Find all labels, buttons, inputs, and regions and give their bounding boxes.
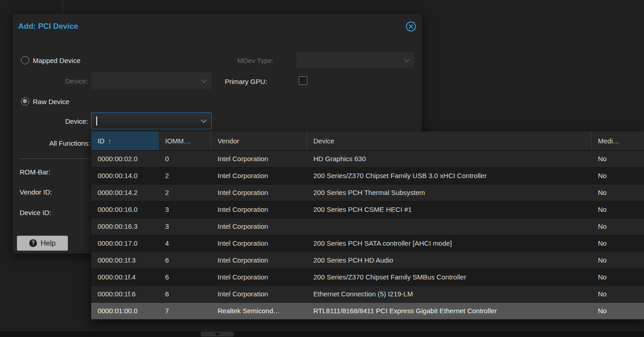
raw-device-combo-input[interactable] bbox=[91, 112, 212, 129]
cell-mdev: No bbox=[592, 168, 644, 184]
cell-device bbox=[307, 218, 592, 235]
device-id-label: Device ID: bbox=[20, 209, 51, 216]
cell-device: Ethernet Connection (5) I219-LM bbox=[307, 286, 592, 302]
raw-device-field-label: Device: bbox=[49, 117, 88, 125]
background-panel-divider bbox=[62, 0, 63, 13]
fieldset-divider bbox=[20, 158, 92, 159]
mapped-device-field-label: Device: bbox=[49, 77, 88, 85]
cell-vendor: Intel Corporation bbox=[211, 252, 307, 269]
cell-vendor: Intel Corporation bbox=[211, 235, 307, 252]
table-row[interactable]: 0000:01:00.07Realtek Semicond…RTL8111/81… bbox=[91, 303, 644, 320]
radio-unchecked-icon[interactable] bbox=[21, 56, 29, 64]
cell-vendor: Intel Corporation bbox=[211, 286, 307, 302]
cell-device: RTL8111/8168/8411 PCI Express Gigabit Et… bbox=[307, 303, 592, 319]
primary-gpu-label: Primary GPU: bbox=[225, 78, 267, 85]
cell-mdev: No bbox=[592, 218, 644, 235]
table-row[interactable]: 0000:00:17.04Intel Corporation200 Series… bbox=[91, 235, 644, 252]
table-row[interactable]: 0000:00:1f.46Intel Corporation200 Series… bbox=[91, 269, 644, 286]
table-row[interactable]: 0000:00:02.00Intel CorporationHD Graphic… bbox=[91, 151, 644, 168]
cell-iommu: 2 bbox=[159, 184, 211, 201]
help-button[interactable]: ? Help bbox=[17, 236, 68, 251]
cell-mdev: No bbox=[592, 252, 644, 269]
chevron-down-icon bbox=[214, 333, 220, 336]
mdev-type-combo bbox=[296, 52, 414, 68]
cell-iommu: 3 bbox=[159, 218, 211, 235]
all-functions-label: All Functions: bbox=[31, 139, 90, 147]
splitter-collapse-handle[interactable] bbox=[201, 332, 234, 337]
device-picker-dropdown: ID↑ IOMM… Vendor Device Medi… 0000:00:02… bbox=[91, 132, 644, 320]
text-cursor bbox=[96, 116, 97, 126]
cell-vendor: Intel Corporation bbox=[211, 218, 307, 235]
mapped-device-radio-label: Mapped Device bbox=[33, 57, 80, 64]
table-row[interactable]: 0000:00:1f.36Intel Corporation200 Series… bbox=[91, 252, 644, 269]
cell-vendor: Intel Corporation bbox=[211, 151, 307, 167]
cell-device: 200 Series PCH HD Audio bbox=[307, 252, 592, 269]
device-grid-body: 0000:00:02.00Intel CorporationHD Graphic… bbox=[91, 151, 644, 320]
cell-id: 0000:00:14.2 bbox=[91, 184, 159, 201]
cell-vendor: Realtek Semicond… bbox=[211, 303, 307, 319]
table-row[interactable]: 0000:00:14.02Intel Corporation200 Series… bbox=[91, 168, 644, 184]
mapped-device-combo bbox=[91, 72, 212, 89]
mdev-type-label: MDev Type: bbox=[225, 57, 274, 64]
cell-mdev: No bbox=[592, 303, 644, 319]
column-header-device[interactable]: Device bbox=[307, 132, 592, 150]
column-header-iommu[interactable]: IOMM… bbox=[159, 132, 211, 150]
cell-vendor: Intel Corporation bbox=[211, 201, 307, 218]
cell-mdev: No bbox=[592, 235, 644, 252]
cell-mdev: No bbox=[592, 269, 644, 285]
bottom-splitter-bar[interactable] bbox=[0, 331, 644, 337]
cell-iommu: 3 bbox=[159, 201, 211, 218]
chevron-down-icon bbox=[404, 57, 410, 63]
cell-iommu: 7 bbox=[159, 303, 211, 319]
raw-device-radio-label: Raw Device bbox=[33, 98, 69, 105]
cell-mdev: No bbox=[592, 286, 644, 302]
cell-iommu: 0 bbox=[159, 151, 211, 167]
cell-vendor: Intel Corporation bbox=[211, 184, 307, 201]
cell-vendor: Intel Corporation bbox=[211, 168, 307, 184]
radio-checked-icon[interactable] bbox=[21, 97, 29, 105]
close-icon[interactable] bbox=[405, 21, 416, 32]
cell-mdev: No bbox=[592, 151, 644, 167]
column-header-mediated[interactable]: Medi… bbox=[592, 132, 644, 150]
cell-id: 0000:00:1f.3 bbox=[91, 252, 159, 269]
cell-vendor: Intel Corporation bbox=[211, 269, 307, 285]
cell-iommu: 4 bbox=[159, 235, 211, 252]
cell-iommu: 6 bbox=[159, 286, 211, 302]
cell-device: 200 Series PCH Thermal Subsystem bbox=[307, 184, 592, 201]
table-row[interactable]: 0000:00:16.03Intel Corporation200 Series… bbox=[91, 201, 644, 218]
cell-device: 200 Series/Z370 Chipset Family USB 3.0 x… bbox=[307, 168, 592, 184]
help-icon: ? bbox=[29, 239, 37, 247]
primary-gpu-checkbox[interactable] bbox=[299, 76, 307, 85]
sort-asc-icon: ↑ bbox=[108, 137, 112, 145]
dialog-title: Add: PCI Device bbox=[18, 22, 78, 31]
column-header-id[interactable]: ID↑ bbox=[91, 132, 159, 150]
cell-iommu: 6 bbox=[159, 269, 211, 285]
cell-id: 0000:00:16.3 bbox=[91, 218, 159, 235]
cell-mdev: No bbox=[592, 201, 644, 218]
device-grid-header: ID↑ IOMM… Vendor Device Medi… bbox=[91, 132, 644, 151]
cell-iommu: 2 bbox=[159, 168, 211, 184]
cell-device: 200 Series PCH SATA controller [AHCI mod… bbox=[307, 235, 592, 252]
cell-id: 0000:00:1f.4 bbox=[91, 269, 159, 285]
table-row[interactable]: 0000:00:1f.66Intel CorporationEthernet C… bbox=[91, 286, 644, 303]
chevron-down-icon[interactable] bbox=[201, 117, 207, 123]
table-row[interactable]: 0000:00:14.22Intel Corporation200 Series… bbox=[91, 184, 644, 201]
cell-id: 0000:00:1f.6 bbox=[91, 286, 159, 302]
rom-bar-label: ROM-Bar: bbox=[20, 168, 51, 176]
cell-device: 200 Series PCH CSME HECI #1 bbox=[307, 201, 592, 218]
table-row[interactable]: 0000:00:16.33Intel CorporationNo bbox=[91, 218, 644, 235]
cell-device: 200 Series/Z370 Chipset Family SMBus Con… bbox=[307, 269, 592, 285]
column-header-vendor[interactable]: Vendor bbox=[211, 132, 307, 150]
chevron-down-icon bbox=[201, 77, 207, 83]
column-header-id-label: ID bbox=[98, 137, 104, 145]
help-button-label: Help bbox=[41, 239, 56, 247]
cell-device: HD Graphics 630 bbox=[307, 151, 592, 167]
cell-id: 0000:00:14.0 bbox=[91, 168, 159, 184]
cell-id: 0000:00:16.0 bbox=[91, 201, 159, 218]
cell-id: 0000:01:00.0 bbox=[91, 303, 159, 319]
cell-mdev: No bbox=[592, 184, 644, 201]
cell-id: 0000:00:17.0 bbox=[91, 235, 159, 252]
cell-iommu: 6 bbox=[159, 252, 211, 269]
vendor-id-label: Vendor ID: bbox=[20, 188, 52, 196]
cell-id: 0000:00:02.0 bbox=[91, 151, 159, 167]
